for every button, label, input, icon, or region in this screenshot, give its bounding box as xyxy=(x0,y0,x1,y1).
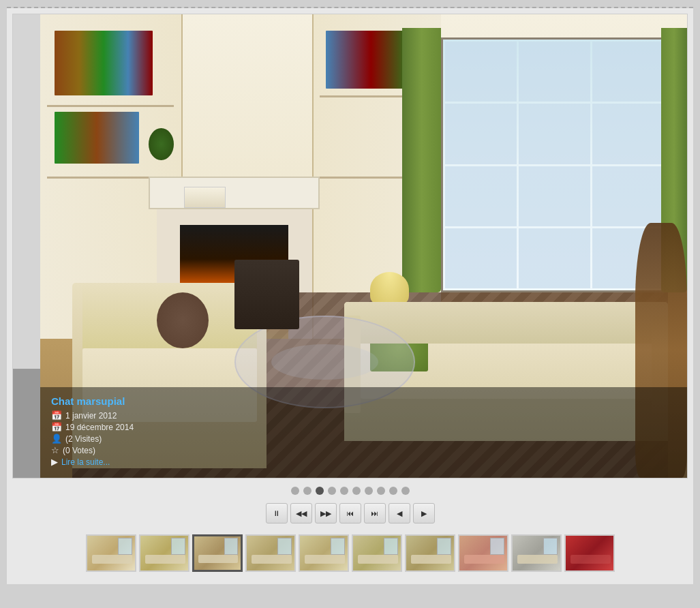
prev-button[interactable]: ◀ xyxy=(389,503,410,523)
plant-left xyxy=(149,128,174,161)
thumb-img-7 xyxy=(406,536,454,571)
dot-10[interactable] xyxy=(401,487,410,495)
thumb-sofa-3 xyxy=(198,555,238,563)
votes-count: (0 Votes) xyxy=(63,446,95,455)
dot-5[interactable] xyxy=(340,487,348,495)
rewind-button[interactable]: ◀◀ xyxy=(290,503,312,523)
thumb-img-2 xyxy=(140,536,188,571)
dot-7[interactable] xyxy=(365,487,373,495)
pane-cell xyxy=(519,228,590,288)
dot-1[interactable] xyxy=(291,487,299,495)
calendar-icon: 📅 xyxy=(51,410,62,421)
sidebar-top xyxy=(13,14,40,369)
dot-8[interactable] xyxy=(377,487,385,495)
thumbnail-6[interactable] xyxy=(352,534,402,572)
published-date: 1 janvier 2012 xyxy=(65,411,117,421)
thumb-sofa-5 xyxy=(305,555,346,564)
thumb-sofa-7 xyxy=(411,555,452,564)
meta-visits: 👤 (2 Visites) xyxy=(51,434,676,444)
thumb-window-2 xyxy=(171,538,185,556)
dot-9[interactable] xyxy=(389,487,397,495)
thumbnail-1[interactable] xyxy=(86,534,136,572)
next-button[interactable]: ▶ xyxy=(413,503,435,523)
caption-overlay: Chat marsupial 📅 1 janvier 2012 📅 19 déc… xyxy=(40,387,687,478)
person-icon: 👤 xyxy=(51,434,62,444)
calendar-modified-icon: 📅 xyxy=(51,422,62,432)
side-table xyxy=(157,292,209,348)
thumb-img-1 xyxy=(87,536,135,571)
thumb-window-3 xyxy=(224,538,238,555)
forward-button[interactable]: ▶▶ xyxy=(315,503,337,523)
thumbnail-2[interactable] xyxy=(139,534,189,572)
thumb-sofa-2 xyxy=(145,555,186,564)
pane-cell xyxy=(592,166,664,226)
pane-cell xyxy=(519,166,590,226)
window-panes xyxy=(443,40,665,290)
pane-cell xyxy=(592,42,664,102)
thumbnail-4[interactable] xyxy=(245,534,296,572)
thumb-window-8 xyxy=(490,538,504,556)
thumb-window-6 xyxy=(384,538,398,556)
sidebar-bottom xyxy=(13,369,40,478)
room-window xyxy=(441,37,667,292)
star-icon: ☆ xyxy=(51,445,59,455)
thumbnail-3[interactable] xyxy=(192,534,243,572)
thumb-window-1 xyxy=(118,538,132,556)
coffee-table-surface xyxy=(271,344,378,380)
meta-date-published: 📅 1 janvier 2012 xyxy=(51,410,676,421)
dot-4[interactable] xyxy=(328,487,336,495)
thumb-sofa-4 xyxy=(252,555,292,564)
slideshow-wrapper: Chat marsupial 📅 1 janvier 2012 📅 19 déc… xyxy=(12,14,688,478)
slideshow-controls: ⏸ ◀◀ ▶▶ ⏮ ⏭ ◀ ▶ xyxy=(12,500,688,532)
last-button[interactable]: ⏭ xyxy=(364,503,386,523)
left-sidebar xyxy=(13,14,40,478)
pane-cell xyxy=(519,104,590,164)
read-more-link[interactable]: Lire la suite... xyxy=(61,457,110,467)
thumb-img-5 xyxy=(300,536,348,571)
main-image-area: Chat marsupial 📅 1 janvier 2012 📅 19 déc… xyxy=(40,14,687,478)
pane-cell xyxy=(445,166,517,226)
first-button[interactable]: ⏮ xyxy=(339,503,361,523)
meta-votes: ☆ (0 Votes) xyxy=(51,445,676,455)
thumb-window-5 xyxy=(331,538,345,556)
pane-cell xyxy=(445,104,517,164)
dot-2[interactable] xyxy=(303,487,311,495)
pause-button[interactable]: ⏸ xyxy=(266,503,288,523)
meta-date-modified: 📅 19 décembre 2014 xyxy=(51,422,676,432)
main-container: Chat marsupial 📅 1 janvier 2012 📅 19 déc… xyxy=(7,8,693,584)
main-image: Chat marsupial 📅 1 janvier 2012 📅 19 déc… xyxy=(40,14,687,478)
thumb-img-9 xyxy=(513,536,560,571)
pane-cell xyxy=(445,42,517,102)
thumbnail-5[interactable] xyxy=(299,534,349,572)
books-top xyxy=(55,31,153,95)
page-wrapper: Chat marsupial 📅 1 janvier 2012 📅 19 déc… xyxy=(0,0,700,608)
modified-date: 19 décembre 2014 xyxy=(65,423,134,432)
curtain-left xyxy=(402,28,441,292)
shelf xyxy=(47,105,174,107)
meta-read-more: ▶ Lire la suite... xyxy=(51,457,676,467)
caption-meta: 📅 1 janvier 2012 📅 19 décembre 2014 👤 (2… xyxy=(51,410,676,467)
thumb-sofa-10 xyxy=(570,555,611,564)
thumbnail-9[interactable] xyxy=(511,534,562,572)
thumb-img-3 xyxy=(194,536,241,570)
thumb-img-4 xyxy=(247,536,294,571)
thumbnail-10[interactable] xyxy=(564,534,615,572)
thumb-window-4 xyxy=(277,538,292,556)
thumb-sofa-6 xyxy=(358,555,399,564)
thumb-img-8 xyxy=(459,536,507,571)
caption-title[interactable]: Chat marsupial xyxy=(51,395,676,407)
thumbnail-8[interactable] xyxy=(458,534,508,572)
dot-6[interactable] xyxy=(352,487,361,495)
picture-frame xyxy=(184,187,226,208)
thumb-img-6 xyxy=(353,536,401,571)
thumb-sofa-1 xyxy=(92,555,133,564)
books-mid xyxy=(55,112,139,164)
visits-count: (2 Visites) xyxy=(65,434,102,444)
lamp-shade xyxy=(370,272,409,306)
thumbnail-7[interactable] xyxy=(405,534,455,572)
thumb-window-7 xyxy=(437,538,451,556)
thumb-img-10 xyxy=(566,536,613,571)
fireplace-mantel xyxy=(149,177,320,209)
dot-3[interactable] xyxy=(316,487,324,495)
arrow-icon: ▶ xyxy=(51,457,58,467)
